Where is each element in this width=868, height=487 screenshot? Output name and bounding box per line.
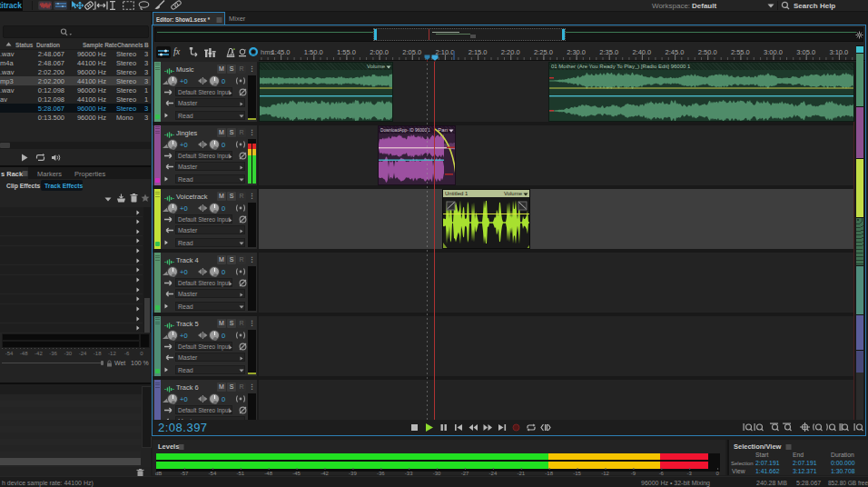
transport-play-button[interactable]: [423, 422, 435, 432]
multitrack-view-toggle[interactable]: titrack: [0, 0, 23, 11]
history-row[interactable]: [0, 407, 141, 413]
track-more-button[interactable]: ⋮: [249, 383, 252, 392]
marquee-selection-tool-icon[interactable]: [123, 1, 134, 10]
files-col-duration[interactable]: Duration: [36, 42, 60, 48]
transport-loop-playback-button[interactable]: [525, 422, 537, 432]
track-scroll-segment[interactable]: [856, 265, 863, 314]
knob[interactable]: [209, 75, 220, 86]
track-scroll-strip[interactable]: [856, 45, 863, 420]
effects-slot[interactable]: [0, 304, 143, 314]
track-name[interactable]: Music: [176, 65, 194, 74]
track-monitor-icon[interactable]: [239, 88, 247, 96]
history-row[interactable]: [0, 445, 141, 452]
track-lane-2[interactable]: [259, 125, 854, 185]
tab-mixer[interactable]: Mixer: [229, 15, 245, 23]
track-more-button[interactable]: ⋮: [249, 255, 252, 264]
track-pan-value[interactable]: 0: [222, 395, 225, 403]
rack-mix-slider-handle[interactable]: [101, 361, 104, 365]
track-automation-select[interactable]: Read: [175, 238, 245, 247]
transport-zoom-to-full-button[interactable]: [853, 422, 864, 432]
files-h-scrollbar-thumb[interactable]: [0, 143, 10, 148]
track-volume-value[interactable]: +0: [180, 395, 188, 403]
history-row[interactable]: [0, 413, 141, 420]
clip-untitled-1[interactable]: Untitled 1Volume: [442, 189, 530, 249]
effects-slot[interactable]: [0, 275, 143, 285]
file-row[interactable]: av0:12.09844100 HzStereo1: [0, 94, 151, 104]
track-volume-value[interactable]: +0: [180, 268, 188, 276]
track-scroll-segment[interactable]: [856, 158, 863, 217]
track-output-select[interactable]: Master: [175, 289, 245, 298]
track-solo-button[interactable]: S: [227, 65, 236, 74]
track-volume-value[interactable]: +0: [180, 204, 188, 213]
track-minimize-box[interactable]: [155, 242, 160, 246]
rack-preset-dropdown-icon[interactable]: [104, 197, 112, 202]
knob[interactable]: [209, 266, 220, 277]
paintbrush-selection-tool-icon[interactable]: [153, 0, 165, 10]
track-volume-value[interactable]: +0: [180, 77, 188, 85]
selection-view-title[interactable]: Selection/View: [734, 442, 781, 451]
record-arm-indicator[interactable]: [249, 47, 258, 56]
track-monitor-icon[interactable]: [239, 279, 247, 287]
effects-slot[interactable]: [0, 313, 143, 323]
effects-slot[interactable]: [0, 236, 143, 246]
knob[interactable]: [209, 203, 220, 214]
panel-menu-icon[interactable]: [216, 17, 222, 23]
time-display[interactable]: 2:08.397: [158, 421, 208, 434]
effects-slot-arrow-icon[interactable]: [136, 229, 140, 234]
history-row[interactable]: [0, 432, 141, 439]
track-solo-button[interactable]: S: [227, 128, 236, 137]
history-row[interactable]: [0, 426, 141, 432]
track-input-select[interactable]: Default Stereo Input: [175, 214, 232, 224]
clip-01-mother-are-you-ready-[interactable]: 01 Mother (Are You Ready To Play_) [Radi…: [548, 62, 854, 122]
session-overview-bar[interactable]: [154, 27, 863, 42]
knob[interactable]: [209, 139, 220, 150]
files-autoplay-icon[interactable]: [51, 154, 61, 162]
track-solo-button[interactable]: S: [227, 255, 236, 264]
overview-view-rect[interactable]: [373, 28, 566, 41]
search-help-icon[interactable]: [781, 1, 790, 10]
effects-slot-arrow-icon[interactable]: [136, 258, 140, 263]
transport-skip-selection-button[interactable]: [539, 422, 551, 432]
tab-properties[interactable]: Properties: [74, 170, 105, 178]
track-pan-value[interactable]: 0: [222, 141, 225, 149]
track-scroll-segment[interactable]: [856, 45, 863, 53]
file-row[interactable]: mp32:02.20044100 HzStereo3: [0, 76, 151, 85]
track-monitor-icon[interactable]: [239, 406, 247, 414]
rack-save-preset-icon[interactable]: [116, 194, 126, 203]
track-color-strip[interactable]: [154, 253, 161, 313]
search-help-label[interactable]: Search Help: [794, 2, 835, 10]
track-output-select[interactable]: Master: [175, 98, 245, 107]
track-mute-button[interactable]: M: [217, 192, 226, 201]
effects-slot-arrow-icon[interactable]: [136, 325, 140, 331]
effects-slot[interactable]: [0, 217, 143, 227]
effects-slot-scrollbar-thumb[interactable]: [144, 298, 150, 333]
transport-zoom-in-time-button[interactable]: [813, 422, 824, 432]
workspace-value[interactable]: Default: [692, 2, 716, 10]
transport-zoom-reset-button[interactable]: [799, 422, 810, 432]
track-output-select[interactable]: Master: [175, 225, 245, 234]
overview-view-handle-right[interactable]: [562, 29, 565, 40]
transport-zoom-out-amplitude-button[interactable]: [782, 422, 793, 432]
transport-record-button[interactable]: [510, 422, 522, 432]
history-row[interactable]: [0, 452, 141, 458]
track-pan-value[interactable]: 0: [222, 77, 225, 85]
file-row[interactable]: m4a2:48.06744100 HzStereo3: [0, 58, 151, 67]
slip-tool-icon[interactable]: [94, 1, 108, 10]
tab-markers[interactable]: Markers: [37, 170, 62, 178]
history-row[interactable]: [0, 394, 141, 401]
track-mute-button[interactable]: M: [217, 255, 226, 264]
track-arm-button[interactable]: R: [237, 255, 246, 264]
track-minimize-box[interactable]: [155, 305, 160, 310]
track-automation-expand-icon[interactable]: [164, 176, 169, 182]
effects-slot-arrow-icon[interactable]: [136, 277, 140, 283]
knob[interactable]: [209, 393, 220, 404]
files-loop-icon[interactable]: [35, 154, 45, 162]
track-scroll-segment[interactable]: [856, 350, 863, 373]
transport-zoom-to-selection-button[interactable]: [839, 422, 850, 432]
history-row-selected[interactable]: [0, 458, 141, 465]
clip-effects-button[interactable]: Clip Effects: [6, 183, 40, 189]
files-col-status[interactable]: Status: [15, 42, 33, 48]
knob[interactable]: [167, 75, 178, 86]
effects-slot-arrow-icon[interactable]: [136, 248, 140, 253]
effects-slot[interactable]: [0, 255, 143, 265]
